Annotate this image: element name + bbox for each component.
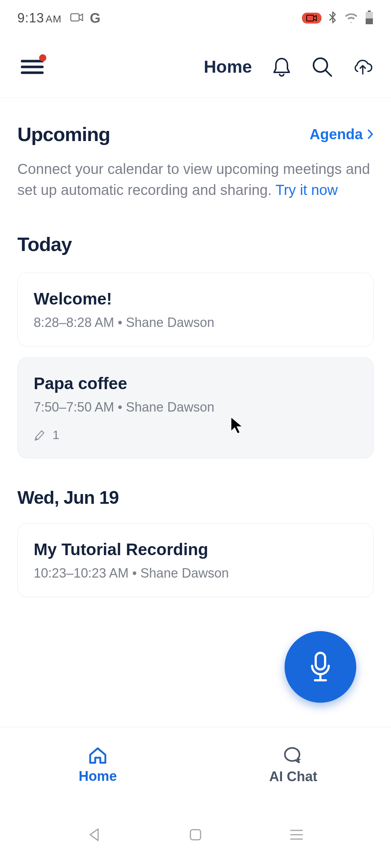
cloud-upload-icon[interactable] [352, 56, 374, 78]
svg-rect-10 [316, 653, 325, 669]
main-content: Upcoming Agenda Connect your calendar to… [0, 98, 391, 597]
bottom-navigation: Home AI Chat [0, 727, 391, 803]
svg-rect-13 [190, 830, 201, 840]
card-meta: 10:23–10:23 AM•Shane Dawson [34, 566, 357, 581]
svg-line-9 [325, 70, 331, 76]
highlight-count: 1 [34, 428, 357, 442]
nav-home-label: Home [79, 769, 117, 784]
card-meta: 7:50–7:50 AM•Shane Dawson [34, 400, 357, 415]
page-title: Home [204, 57, 252, 77]
notification-dot-icon [39, 54, 46, 61]
card-meta: 8:28–8:28 AM•Shane Dawson [34, 315, 357, 330]
svg-rect-4 [366, 18, 373, 24]
nav-ai-chat-label: AI Chat [269, 769, 318, 784]
agenda-label: Agenda [310, 126, 363, 142]
screen-record-badge [302, 13, 321, 24]
card-title: My Tutorial Recording [34, 540, 357, 559]
search-icon[interactable] [311, 56, 333, 78]
upcoming-title: Upcoming [17, 123, 110, 145]
recording-card-welcome[interactable]: Welcome! 8:28–8:28 AM•Shane Dawson [17, 273, 374, 346]
google-g-icon: G [90, 10, 101, 26]
nav-home[interactable]: Home [0, 727, 196, 803]
agenda-link[interactable]: Agenda [310, 126, 374, 142]
upcoming-description: Connect your calendar to view upcoming m… [17, 158, 374, 200]
today-title: Today [17, 233, 374, 255]
card-title: Papa coffee [34, 374, 357, 393]
microphone-icon [308, 651, 333, 683]
home-button[interactable] [189, 828, 202, 843]
nav-ai-chat[interactable]: AI Chat [196, 727, 391, 803]
menu-button[interactable] [20, 54, 45, 80]
status-time: 9:13AM [17, 10, 62, 26]
bell-icon[interactable] [271, 56, 293, 78]
app-header: Home [0, 36, 391, 98]
recent-apps-button[interactable] [289, 829, 304, 842]
chat-sparkle-icon [283, 746, 303, 765]
android-system-nav [0, 803, 391, 868]
battery-icon [365, 10, 374, 26]
highlighter-icon [34, 429, 47, 442]
svg-rect-0 [71, 14, 79, 21]
wifi-icon [344, 12, 358, 24]
card-title: Welcome! [34, 289, 357, 309]
try-it-now-link[interactable]: Try it now [276, 182, 338, 198]
recording-card-tutorial[interactable]: My Tutorial Recording 10:23–10:23 AM•Sha… [17, 523, 374, 597]
svg-rect-2 [368, 10, 371, 12]
chevron-right-icon [367, 129, 374, 140]
back-button[interactable] [87, 827, 102, 843]
mouse-cursor-icon [230, 416, 244, 437]
video-icon [70, 13, 83, 24]
recording-card-papa-coffee[interactable]: Papa coffee 7:50–7:50 AM•Shane Dawson 1 [17, 357, 374, 458]
home-icon [88, 746, 108, 764]
bluetooth-icon [328, 10, 337, 26]
record-fab[interactable] [285, 631, 356, 703]
svg-rect-1 [307, 15, 314, 21]
date-header-wed: Wed, Jun 19 [17, 487, 374, 508]
android-status-bar: 9:13AM G [0, 0, 391, 36]
